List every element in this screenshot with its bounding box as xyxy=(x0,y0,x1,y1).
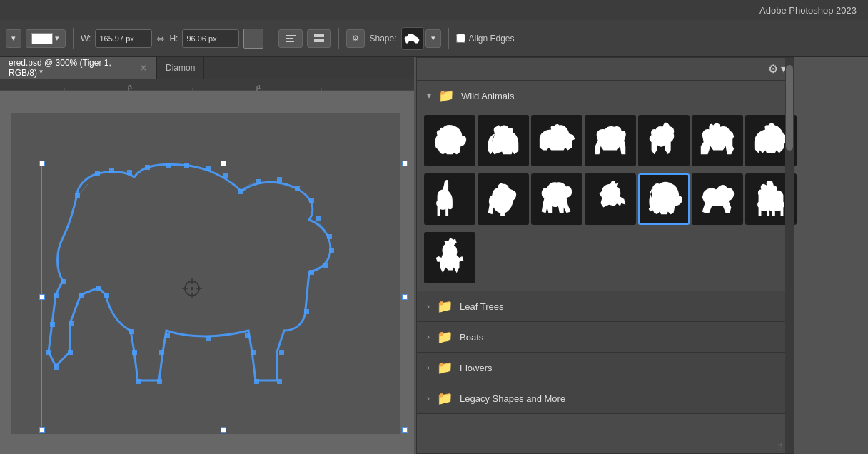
shape-lion[interactable] xyxy=(478,115,529,166)
svg-rect-34 xyxy=(245,333,250,338)
legacy-shapes-header[interactable]: › 📁 Legacy Shapes and More xyxy=(417,383,794,413)
shapes-panel-header: ⚙ ▾ xyxy=(417,58,794,81)
selection-handle-br[interactable] xyxy=(402,427,408,433)
flowers-folder-icon: 📁 xyxy=(437,360,453,375)
wild-animals-folder-icon: 📁 xyxy=(438,88,454,104)
chevron-down-icon: ▾ xyxy=(11,34,16,43)
svg-rect-2 xyxy=(286,41,294,42)
wild-animals-grid-3 xyxy=(417,232,794,291)
boats-label: Boats xyxy=(460,332,483,343)
svg-rect-20 xyxy=(256,179,261,184)
separator3 xyxy=(338,28,339,49)
shape-camel-bend[interactable] xyxy=(585,115,636,166)
svg-rect-27 xyxy=(323,263,328,268)
svg-rect-11 xyxy=(95,171,100,176)
align-left-btn[interactable] xyxy=(278,29,303,48)
tab-label-1: ered.psd @ 300% (Tiger 1, RGB/8) * xyxy=(9,58,132,78)
shape-deer-jump[interactable] xyxy=(585,173,636,225)
selection-handle-tr[interactable] xyxy=(402,161,408,166)
svg-rect-43 xyxy=(96,286,101,291)
wild-animals-header[interactable]: ▾ 📁 Wild Animals xyxy=(417,81,794,111)
wild-animals-section: ▾ 📁 Wild Animals xyxy=(417,81,794,291)
svg-rect-14 xyxy=(145,165,150,170)
svg-rect-18 xyxy=(223,173,228,178)
svg-rect-0 xyxy=(286,35,296,36)
stroke-fill-btn[interactable]: ▾ xyxy=(26,29,66,48)
shape-rhino[interactable] xyxy=(531,115,582,166)
wild-animals-grid-2 xyxy=(417,173,794,232)
leaf-trees-section: › 📁 Leaf Trees xyxy=(417,291,794,322)
wild-animals-grid xyxy=(417,111,794,173)
separator xyxy=(73,28,74,49)
flowers-label: Flowers xyxy=(460,363,493,373)
shape-preview[interactable] xyxy=(401,27,424,50)
svg-rect-40 xyxy=(132,350,137,355)
shape-label: Shape: xyxy=(369,34,396,44)
svg-rect-36 xyxy=(165,333,170,338)
crosshair-cursor xyxy=(181,277,203,300)
shape-dropdown-btn[interactable]: ▾ xyxy=(425,29,441,48)
legacy-shapes-section: › 📁 Legacy Shapes and More xyxy=(417,383,794,414)
legacy-shapes-folder-icon: 📁 xyxy=(437,390,453,406)
width-input[interactable] xyxy=(95,29,152,48)
corner-resize-pattern: ⣿ xyxy=(777,443,782,450)
selection-handle-mr[interactable] xyxy=(402,294,408,300)
selection-handle-bl[interactable] xyxy=(39,427,45,433)
shape-giraffe[interactable] xyxy=(424,173,475,225)
stack-btn[interactable] xyxy=(307,29,331,48)
svg-rect-49 xyxy=(50,322,55,327)
leaf-trees-arrow: › xyxy=(427,301,430,311)
app-title: Adobe Photoshop 2023 xyxy=(760,5,857,16)
horizontal-ruler: 3 4 xyxy=(0,79,414,91)
align-edges-checkbox[interactable] xyxy=(456,34,465,43)
selection-handle-bc[interactable] xyxy=(221,427,226,433)
svg-rect-22 xyxy=(295,186,300,191)
svg-rect-50 xyxy=(54,293,59,298)
boats-header[interactable]: › 📁 Boats xyxy=(417,322,794,352)
shape-elephant[interactable] xyxy=(638,173,690,225)
svg-rect-12 xyxy=(109,168,114,173)
flowers-section: › 📁 Flowers xyxy=(417,353,794,383)
shape-deer-rear[interactable] xyxy=(424,232,475,283)
boats-folder-icon: 📁 xyxy=(437,329,453,345)
width-label: W: xyxy=(81,34,91,44)
shapes-panel: ⚙ ▾ ▾ 📁 Wild Animals xyxy=(416,57,794,454)
wild-animals-arrow: ▾ xyxy=(427,91,431,101)
tab-label-2: Diamon xyxy=(166,63,195,73)
svg-rect-25 xyxy=(327,234,332,239)
svg-rect-3 xyxy=(314,34,324,37)
svg-rect-16 xyxy=(184,163,189,168)
title-bar: Adobe Photoshop 2023 xyxy=(0,0,868,20)
svg-rect-41 xyxy=(129,329,134,334)
shapes-panel-scrollbar[interactable] xyxy=(785,58,794,453)
shape-camel[interactable] xyxy=(692,115,743,166)
leaf-trees-header[interactable]: › 📁 Leaf Trees xyxy=(417,291,794,321)
tab-close-1[interactable]: ✕ xyxy=(139,62,148,74)
flowers-header[interactable]: › 📁 Flowers xyxy=(417,353,794,383)
svg-rect-13 xyxy=(127,170,132,175)
settings-btn[interactable]: ⚙ xyxy=(346,29,365,48)
svg-rect-17 xyxy=(206,166,211,171)
chevron-down-icon: ▾ xyxy=(55,34,59,43)
shape-kangaroo[interactable] xyxy=(478,173,529,225)
tab-file1[interactable]: ered.psd @ 300% (Tiger 1, RGB/8) * ✕ xyxy=(0,57,157,79)
shape-bear[interactable] xyxy=(424,115,475,166)
tab-file2[interactable]: Diamon xyxy=(157,57,204,79)
height-input[interactable] xyxy=(182,29,239,48)
svg-rect-33 xyxy=(251,350,256,355)
shapes-panel-gear-btn[interactable]: ⚙ ▾ xyxy=(768,62,787,76)
color-swatch[interactable] xyxy=(243,29,263,49)
svg-rect-39 xyxy=(136,379,141,384)
shape-wolf[interactable] xyxy=(692,173,743,225)
svg-rect-15 xyxy=(166,163,171,168)
svg-rect-31 xyxy=(277,379,282,384)
svg-rect-28 xyxy=(309,270,314,275)
tab-bar: ered.psd @ 300% (Tiger 1, RGB/8) * ✕ Dia… xyxy=(0,57,414,79)
mode-dropdown[interactable]: ▾ xyxy=(6,29,21,48)
svg-rect-44 xyxy=(79,293,84,298)
shape-antelope[interactable] xyxy=(638,115,690,166)
svg-rect-37 xyxy=(159,350,164,355)
shape-gorilla[interactable] xyxy=(531,173,582,225)
align-edges-label: Align Edges xyxy=(469,34,515,44)
scrollbar-thumb[interactable] xyxy=(786,65,793,151)
